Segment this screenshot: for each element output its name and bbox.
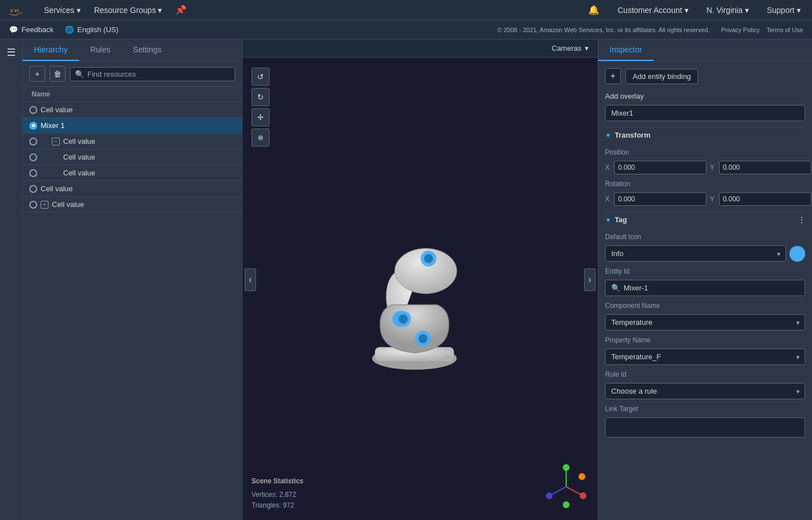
- rotation-x-field: X: [605, 192, 707, 206]
- tree-item-label: Cell value: [63, 137, 95, 146]
- language-button[interactable]: 🌐 English (US): [65, 25, 118, 34]
- svg-text:Y: Y: [564, 465, 567, 470]
- tree-item-radio: [29, 153, 37, 161]
- tree-item-label: Cell value: [41, 105, 73, 114]
- customer-account-chevron-icon: ▾: [685, 6, 689, 15]
- mixer-3d-model: [336, 198, 505, 380]
- link-target-label: Link Target: [605, 405, 805, 413]
- rotation-y-input[interactable]: [719, 192, 811, 206]
- link-target-input[interactable]: [605, 417, 805, 438]
- position-y-input[interactable]: [719, 161, 811, 174]
- support-menu[interactable]: Support ▾: [762, 0, 805, 20]
- rotation-x-input[interactable]: [614, 192, 707, 206]
- rotation-field-group: Rotation X Y Z: [605, 180, 805, 206]
- property-name-select[interactable]: Temperature_F: [605, 349, 805, 365]
- find-resources-input[interactable]: [87, 70, 230, 78]
- rule-id-select-wrapper: Choose a rule: [605, 383, 805, 399]
- tree-item[interactable]: − Cell value: [23, 134, 242, 149]
- svg-point-21: [563, 501, 570, 508]
- tree-item[interactable]: Cell value: [23, 165, 242, 181]
- svg-point-4: [424, 254, 433, 263]
- services-menu[interactable]: Services ▾: [39, 0, 85, 20]
- privacy-policy-link[interactable]: Privacy Policy: [721, 27, 760, 33]
- notification-bell[interactable]: 🔔: [584, 0, 604, 20]
- scene-canvas: [242, 58, 598, 520]
- tree-item-radio: [29, 138, 37, 146]
- add-item-button[interactable]: +: [29, 66, 45, 82]
- transform-section-header[interactable]: ▼ Transform: [605, 127, 805, 143]
- pin-icon-button[interactable]: 📌: [171, 0, 191, 20]
- component-name-select-wrapper: Temperature: [605, 314, 805, 330]
- cameras-button[interactable]: Cameras ▾: [551, 44, 589, 52]
- position-row: X Y Z: [605, 161, 805, 174]
- support-chevron-icon: ▾: [797, 6, 801, 15]
- add-plus-button[interactable]: +: [605, 68, 621, 84]
- tag-label: Tag: [615, 215, 627, 224]
- add-overlay-label: Add overlay: [605, 92, 805, 100]
- feedback-button[interactable]: 💬 Feedback: [9, 25, 54, 34]
- resource-groups-menu[interactable]: Resource Groups ▾: [90, 0, 167, 20]
- rule-id-select[interactable]: Choose a rule: [605, 383, 805, 399]
- default-icon-select[interactable]: Info: [605, 245, 786, 262]
- tree-item[interactable]: Cell value: [23, 149, 242, 165]
- tag-menu-dots-icon[interactable]: ⋮: [798, 215, 805, 224]
- cameras-chevron-icon: ▾: [585, 44, 589, 52]
- position-x-input[interactable]: [614, 161, 707, 174]
- scene-stats-label: Scene Statistics: [251, 476, 303, 487]
- aws-logo[interactable]: [7, 3, 28, 17]
- tab-hierarchy[interactable]: Hierarchy: [23, 39, 79, 61]
- entity-search-icon: 🔍: [611, 284, 620, 292]
- inspector-tab[interactable]: Inspector: [598, 39, 654, 61]
- main-layout: ☰ Hierarchy Rules Settings + 🗑 🔍 Name Ce…: [0, 39, 812, 520]
- tree-item[interactable]: + Cell value: [23, 197, 242, 213]
- scene-axes-widget: Y X Z: [544, 464, 589, 511]
- svg-point-9: [418, 334, 427, 343]
- terms-link[interactable]: Terms of Use: [766, 27, 803, 33]
- region-menu[interactable]: N. Virginia ▾: [702, 0, 753, 20]
- x-axis-label: X: [605, 164, 612, 171]
- scene-viewport: Cameras ▾ ↺ ↻ ✛ ⊕ ‹ ›: [242, 39, 598, 520]
- component-name-select[interactable]: Temperature: [605, 314, 805, 330]
- hamburger-menu-button[interactable]: ☰: [7, 46, 16, 59]
- transform-arrow-icon: ▼: [605, 132, 611, 139]
- add-entity-binding-button[interactable]: Add entity binding: [625, 69, 698, 84]
- svg-text:X: X: [581, 493, 584, 499]
- property-name-field-group: Property Name Temperature_F: [605, 336, 805, 365]
- inspector-content: + Add entity binding Add overlay ▼ Trans…: [598, 61, 812, 520]
- customer-account-menu[interactable]: Customer Account ▾: [613, 0, 692, 20]
- delete-item-button[interactable]: 🗑: [50, 66, 65, 82]
- inspector-panel: Inspector + Add entity binding Add overl…: [598, 39, 812, 520]
- transform-label: Transform: [615, 131, 651, 139]
- tree-list: Cell value Mixer 1 − Cell value Cell val…: [23, 102, 242, 520]
- rule-id-label: Rule Id: [605, 371, 805, 378]
- hamburger-bar: ☰: [0, 39, 23, 520]
- tree-item[interactable]: Cell value: [23, 181, 242, 197]
- scene-statistics: Scene Statistics Vertices: 2,872 Triangl…: [251, 476, 303, 511]
- rotation-row: X Y Z: [605, 192, 805, 206]
- scene-header: Cameras ▾: [242, 39, 598, 58]
- vertices-count: Vertices: 2,872: [251, 490, 303, 500]
- y-axis-label: Y: [710, 164, 717, 171]
- link-target-field-group: Link Target: [605, 405, 805, 438]
- rotation-y-axis-label: Y: [710, 195, 717, 203]
- search-box: 🔍: [70, 67, 235, 81]
- svg-point-11: [399, 315, 408, 324]
- tag-arrow-icon: ▼: [605, 217, 611, 223]
- svg-point-22: [579, 473, 585, 480]
- tree-expand-icon[interactable]: −: [52, 138, 60, 146]
- tree-item-mixer1[interactable]: Mixer 1: [23, 118, 242, 134]
- tree-item-radio: [29, 201, 37, 209]
- tab-settings[interactable]: Settings: [122, 39, 173, 61]
- tree-item[interactable]: Cell value: [23, 102, 242, 118]
- tree-item-label: Cell value: [63, 153, 95, 161]
- add-binding-toolbar: + Add entity binding: [605, 68, 805, 84]
- rotation-label: Rotation: [605, 180, 805, 188]
- entity-id-input[interactable]: [624, 284, 799, 292]
- tree-expand-icon[interactable]: +: [41, 201, 48, 209]
- tag-section-header[interactable]: ▼ Tag ⋮: [605, 211, 805, 227]
- component-name-label: Component Name: [605, 302, 805, 310]
- tab-rules[interactable]: Rules: [79, 39, 122, 61]
- panel-toolbar: + 🗑 🔍: [23, 61, 242, 87]
- tree-item-label: Cell value: [63, 169, 95, 177]
- overlay-input[interactable]: [605, 105, 805, 121]
